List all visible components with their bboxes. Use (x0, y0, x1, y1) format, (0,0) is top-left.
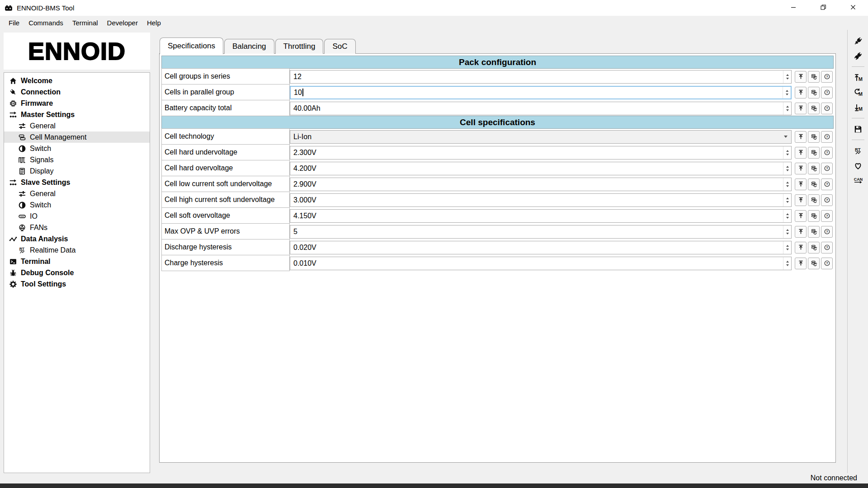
restore-default-button[interactable] (808, 131, 820, 143)
write-value-button[interactable] (795, 210, 807, 222)
spin-down-button[interactable] (786, 185, 789, 187)
write-value-button[interactable] (795, 71, 807, 83)
realtime-button[interactable]: RT (851, 145, 865, 156)
spin-down-button[interactable] (786, 169, 789, 171)
spin-down-button[interactable] (786, 154, 789, 155)
sidebar-item-data-analysis[interactable]: Data Analysis (4, 233, 150, 244)
spin-up-button[interactable] (786, 106, 789, 108)
minimize-button[interactable] (778, 0, 808, 16)
write-value-button[interactable] (795, 194, 807, 206)
restore-default-button[interactable] (808, 194, 820, 206)
row-field-cell-high-current-soft-undervoltage[interactable]: 3.000V (290, 193, 792, 207)
sidebar-item-connection[interactable]: Connection (4, 86, 150, 98)
menu-help[interactable]: Help (142, 16, 165, 30)
restore-default-button[interactable] (808, 242, 820, 253)
menu-commands[interactable]: Commands (24, 16, 68, 30)
row-combo-cell-technology[interactable]: Li-Ion (290, 130, 792, 144)
refresh-master-button[interactable]: M (851, 87, 865, 98)
spin-up-button[interactable] (786, 245, 789, 247)
sidebar-item-debug-console[interactable]: Debug Console (4, 267, 150, 278)
spin-up-button[interactable] (786, 197, 789, 199)
spin-down-button[interactable] (786, 78, 789, 80)
restore-default-button[interactable] (808, 178, 820, 190)
spin-down-button[interactable] (786, 201, 789, 203)
menu-developer[interactable]: Developer (103, 16, 142, 30)
spin-down-button[interactable] (786, 233, 789, 235)
write-value-button[interactable] (795, 131, 807, 143)
help-button[interactable]: ? (821, 87, 833, 99)
sidebar-item-firmware[interactable]: Firmware (4, 98, 150, 109)
spin-down-button[interactable] (786, 264, 789, 266)
restore-default-button[interactable] (808, 258, 820, 269)
write-master-button[interactable]: M (851, 72, 865, 83)
sidebar-item-signals[interactable]: Signals (4, 154, 150, 165)
spin-up-button[interactable] (786, 90, 788, 92)
disconnect-button[interactable] (851, 50, 865, 61)
help-button[interactable]: ? (821, 131, 833, 143)
sidebar-item-general[interactable]: General (4, 120, 150, 131)
spin-down-button[interactable] (786, 217, 789, 219)
spin-up-button[interactable] (786, 182, 789, 183)
spin-up-button[interactable] (786, 150, 789, 152)
sidebar-item-realtime-data[interactable]: RTRealtime Data (4, 244, 150, 256)
help-button[interactable]: ? (821, 210, 833, 222)
sidebar-item-fans[interactable]: FANs (4, 222, 150, 233)
sidebar-item-general[interactable]: General (4, 188, 150, 199)
write-value-button[interactable] (795, 103, 807, 114)
sidebar-item-terminal[interactable]: Terminal (4, 256, 150, 267)
help-button[interactable]: ? (821, 258, 833, 269)
menu-file[interactable]: File (4, 16, 24, 30)
spin-down-button[interactable] (786, 249, 789, 250)
tab-specifications[interactable]: Specifications (160, 38, 223, 54)
write-value-button[interactable] (795, 147, 807, 159)
spin-up-button[interactable] (786, 261, 789, 263)
spin-up-button[interactable] (786, 74, 789, 76)
sidebar-item-switch[interactable]: Switch (4, 199, 150, 211)
connect-button[interactable] (851, 35, 865, 47)
tab-balancing[interactable]: Balancing (224, 39, 274, 54)
sidebar-item-slave-settings[interactable]: Slave Settings (4, 177, 150, 188)
restore-default-button[interactable] (808, 210, 820, 222)
row-field-charge-hysteresis[interactable]: 0.010V (290, 257, 792, 270)
row-field-max-ovp-uvp-errors[interactable]: 5 (290, 225, 792, 239)
menu-terminal[interactable]: Terminal (68, 16, 103, 30)
write-value-button[interactable] (795, 226, 807, 238)
write-value-button[interactable] (795, 242, 807, 253)
spin-down-button[interactable] (786, 109, 789, 111)
sidebar-item-welcome[interactable]: Welcome (4, 75, 150, 86)
spin-down-button[interactable] (786, 94, 788, 95)
restore-default-button[interactable] (808, 71, 820, 83)
help-button[interactable]: ? (821, 226, 833, 238)
restore-default-button[interactable] (808, 147, 820, 159)
help-button[interactable]: ? (821, 147, 833, 159)
help-button[interactable]: ? (821, 194, 833, 206)
help-button[interactable]: ? (821, 163, 833, 174)
row-field-battery-capacity-total[interactable]: 40.00Ah (290, 102, 792, 115)
restore-default-button[interactable] (808, 87, 820, 99)
restore-default-button[interactable] (808, 226, 820, 238)
write-value-button[interactable] (795, 178, 807, 190)
help-button[interactable]: ? (821, 103, 833, 114)
row-field-cell-groups-in-series[interactable]: 12 (290, 70, 792, 84)
can-button[interactable]: CAN (851, 175, 865, 186)
help-button[interactable]: ? (821, 242, 833, 253)
row-field-cell-hard-undervoltage[interactable]: 2.300V (290, 146, 792, 160)
tab-throttling[interactable]: Throttling (275, 39, 324, 54)
write-value-button[interactable] (795, 87, 807, 99)
save-button[interactable] (851, 123, 865, 135)
help-button[interactable]: ? (821, 71, 833, 83)
spin-up-button[interactable] (786, 166, 789, 168)
row-field-discharge-hysteresis[interactable]: 0.020V (290, 241, 792, 254)
sidebar-item-io[interactable]: IO (4, 211, 150, 222)
row-field-cell-soft-overvoltage[interactable]: 4.150V (290, 209, 792, 223)
spin-up-button[interactable] (786, 229, 789, 231)
restore-default-button[interactable] (808, 163, 820, 174)
row-field-cell-low-current-soft-undervoltage[interactable]: 2.900V (290, 178, 792, 191)
restore-button[interactable] (808, 0, 838, 16)
close-button[interactable] (838, 0, 868, 16)
write-value-button[interactable] (795, 258, 807, 269)
sidebar-item-cell-management[interactable]: Cell Management (4, 131, 150, 143)
heartbeat-button[interactable] (851, 160, 865, 171)
row-field-cell-hard-overvoltage[interactable]: 4.200V (290, 162, 792, 175)
row-field-cells-in-parallel-group[interactable]: 10 (290, 86, 792, 99)
